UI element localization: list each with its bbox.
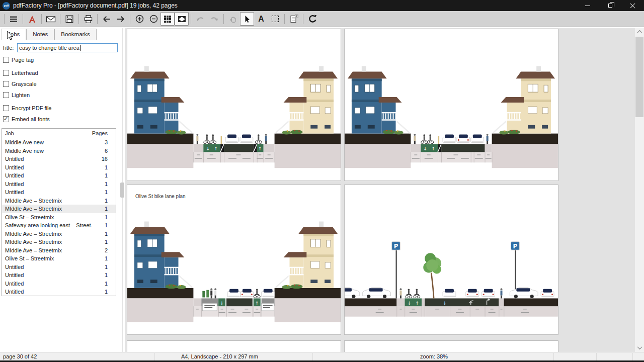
redo-icon bbox=[209, 15, 219, 24]
redo-button[interactable] bbox=[207, 12, 221, 26]
job-row[interactable]: Untitled1 bbox=[2, 271, 116, 280]
checkbox[interactable] bbox=[3, 81, 9, 87]
column-job[interactable]: Job bbox=[2, 130, 92, 136]
job-name: MIddle Ave – Streetmix bbox=[2, 198, 92, 204]
job-row[interactable]: Untitled1 bbox=[2, 280, 116, 288]
title-input-value: easy to change title area bbox=[19, 45, 79, 51]
job-row[interactable]: MIddle Ave – Streetmix1 bbox=[2, 238, 116, 246]
job-pages: 3 bbox=[92, 139, 116, 145]
thumbnail-grid-button[interactable] bbox=[160, 12, 175, 26]
fit-page-button[interactable] bbox=[175, 12, 189, 26]
page-thumbnail-3[interactable]: Olive St bike lane plan ↓ ↑ bbox=[127, 185, 341, 335]
svg-text:↑: ↑ bbox=[255, 301, 259, 306]
checkbox[interactable] bbox=[3, 57, 9, 63]
zoom-in-button[interactable] bbox=[132, 12, 146, 26]
scrollbar-thumb[interactable] bbox=[635, 37, 643, 117]
job-name: Safeway area looking east – Street... bbox=[2, 222, 92, 228]
job-row[interactable]: Untitled1 bbox=[2, 288, 116, 296]
checkbox-option[interactable]: Lighten bbox=[3, 92, 117, 99]
vertical-scrollbar[interactable] bbox=[635, 28, 644, 352]
select-area-button[interactable] bbox=[268, 12, 282, 26]
checkbox-option[interactable]: Page tag bbox=[3, 56, 117, 63]
email-button[interactable] bbox=[44, 12, 58, 26]
back-button[interactable] bbox=[100, 12, 114, 26]
checkbox[interactable] bbox=[3, 105, 9, 111]
job-row[interactable]: Untitled1 bbox=[2, 171, 116, 180]
option-checkboxes: Page tagLetterheadGrayscaleLightenEncryp… bbox=[3, 56, 117, 127]
window-title: pdfFactory Pro - [pdfFactory document.pd… bbox=[13, 2, 178, 9]
minimize-button[interactable] bbox=[576, 0, 599, 11]
text-tool-button[interactable]: A bbox=[254, 12, 268, 26]
acrobat-button[interactable] bbox=[25, 12, 39, 26]
job-pages: 6 bbox=[92, 148, 116, 154]
job-list-header[interactable]: Job Pages bbox=[2, 129, 116, 138]
panel-splitter[interactable] bbox=[120, 28, 125, 352]
sidebar-tab[interactable]: Bookmarks bbox=[54, 29, 97, 40]
checkbox[interactable] bbox=[3, 116, 9, 122]
checkbox-option[interactable]: Grayscale bbox=[3, 80, 117, 87]
job-row[interactable]: Untitled16 bbox=[2, 155, 116, 163]
page-thumbnail-1[interactable]: ↓↑ ↑ bbox=[127, 29, 341, 181]
sidebar-tab[interactable]: Notes bbox=[26, 29, 54, 40]
job-row[interactable]: Untitled1 bbox=[2, 188, 116, 197]
page-thumbnail-6[interactable] bbox=[344, 340, 558, 352]
svg-text:P: P bbox=[513, 243, 518, 250]
checkbox-option[interactable]: Embed all fonts bbox=[3, 116, 117, 123]
close-button[interactable] bbox=[621, 0, 644, 11]
pan-hand-button[interactable] bbox=[226, 12, 240, 26]
save-icon bbox=[65, 15, 74, 24]
job-name: Untitled bbox=[2, 172, 92, 178]
title-bar: pdf pdfFactory Pro - [pdfFactory documen… bbox=[0, 0, 644, 11]
checkbox[interactable] bbox=[3, 70, 9, 76]
save-button[interactable] bbox=[62, 12, 76, 26]
job-row[interactable]: Olive St – Streetmix1 bbox=[2, 254, 116, 263]
refresh-button[interactable] bbox=[305, 12, 319, 26]
page-3-label: Olive St bike lane plan bbox=[135, 194, 186, 199]
select-cursor-button[interactable] bbox=[240, 12, 254, 26]
zoom-out-icon bbox=[149, 14, 158, 24]
title-input[interactable]: easy to change title area bbox=[17, 43, 118, 52]
column-pages[interactable]: Pages bbox=[92, 130, 116, 136]
forward-button[interactable] bbox=[114, 12, 128, 26]
sidebar-tab[interactable]: Jobs bbox=[1, 29, 26, 40]
page-thumbnail-4[interactable]: ↓↑ ↓ P P bbox=[344, 185, 558, 335]
job-row[interactable]: Safeway area looking east – Street...1 bbox=[2, 221, 116, 230]
job-pages: 1 bbox=[92, 172, 116, 178]
scroll-down-button[interactable] bbox=[635, 343, 644, 352]
splitter-handle[interactable] bbox=[120, 183, 124, 198]
app-icon-text: pdf bbox=[4, 4, 9, 7]
job-row[interactable]: MIddle Ave – Streetmix1 bbox=[2, 230, 116, 238]
job-pages: 1 bbox=[92, 206, 116, 212]
job-pages: 1 bbox=[92, 164, 116, 170]
job-name: MIddle Ave – Streetmix bbox=[2, 231, 92, 237]
page-thumbnail-5[interactable] bbox=[127, 340, 341, 352]
print-button[interactable] bbox=[81, 12, 95, 26]
copy-page-button[interactable] bbox=[287, 12, 301, 26]
checkbox[interactable] bbox=[3, 92, 9, 98]
checkbox-option[interactable]: Letterhead bbox=[3, 69, 117, 76]
title-field-label: Title: bbox=[2, 45, 17, 51]
checkbox-option[interactable]: Encrypt PDF file bbox=[3, 105, 117, 112]
job-row[interactable]: MIddle Ave – Streetmix1 bbox=[2, 197, 116, 205]
job-row[interactable]: Untitled1 bbox=[2, 163, 116, 172]
zoom-out-button[interactable] bbox=[146, 12, 160, 26]
close-icon bbox=[630, 3, 635, 9]
job-row[interactable]: MIddle Ave – Streetmix2 bbox=[2, 246, 116, 255]
menu-button[interactable] bbox=[7, 12, 21, 26]
back-arrow-icon bbox=[102, 15, 112, 24]
job-row[interactable]: Olive St – Streetmix1 bbox=[2, 213, 116, 222]
job-row[interactable]: Middle Ave new6 bbox=[2, 147, 116, 155]
job-row[interactable]: MIddle Ave – Streetmix1 bbox=[2, 205, 116, 213]
job-pages: 1 bbox=[92, 222, 116, 228]
job-rows: Middle Ave new3Middle Ave new6Untitled16… bbox=[2, 138, 116, 296]
job-row[interactable]: Middle Ave new3 bbox=[2, 138, 116, 147]
print-icon bbox=[84, 15, 93, 24]
job-list: Job Pages Middle Ave new3Middle Ave new6… bbox=[2, 128, 116, 296]
page-thumbnail-2[interactable]: ↓↑ bbox=[344, 29, 558, 181]
job-name: Untitled bbox=[2, 189, 92, 195]
undo-button[interactable] bbox=[193, 12, 207, 26]
scroll-up-button[interactable] bbox=[635, 28, 644, 36]
job-row[interactable]: Untitled1 bbox=[2, 263, 116, 272]
restore-button[interactable] bbox=[599, 0, 621, 11]
job-row[interactable]: Untitled1 bbox=[2, 180, 116, 189]
